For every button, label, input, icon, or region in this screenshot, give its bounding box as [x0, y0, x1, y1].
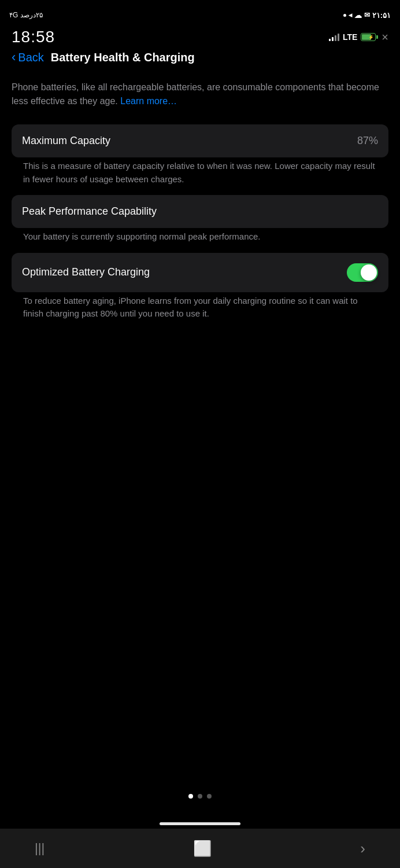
signal-bar-3	[335, 35, 336, 41]
maximum-capacity-label: Maximum Capacity	[22, 135, 110, 147]
signal-bars	[329, 33, 339, 41]
status-left: ۲۵درصد ۴G	[9, 11, 43, 19]
message-icon: ✉	[364, 11, 370, 19]
battery-bolt-icon: ⚡	[368, 35, 374, 40]
peak-performance-label: Peak Performance Capability	[22, 205, 157, 218]
peak-performance-description: Your battery is currently supporting nor…	[12, 230, 388, 253]
signal-bar-1	[329, 39, 331, 41]
wifi-dot-icon	[343, 14, 346, 17]
multitask-icon[interactable]: |||	[35, 841, 45, 856]
forward-icon[interactable]: ›	[360, 840, 365, 858]
status-left-text: ۲۵درصد ۴G	[9, 11, 43, 19]
nav-bar: ‹ Back Battery Health & Charging	[0, 49, 400, 71]
toggle-knob	[361, 264, 377, 281]
signal-bar-2	[332, 37, 334, 41]
page-title: Battery Health & Charging	[51, 51, 195, 64]
cloud-icon: ☁	[354, 11, 362, 20]
optimized-charging-toggle[interactable]	[347, 263, 378, 282]
pagination-dots	[0, 794, 400, 799]
learn-more-link[interactable]: Learn more…	[120, 96, 177, 106]
home-indicator[interactable]	[160, 822, 240, 825]
close-button[interactable]: ×	[382, 31, 388, 44]
battery-tip	[376, 35, 378, 39]
back-button[interactable]: ‹ Back	[12, 51, 44, 64]
maximum-capacity-row: Maximum Capacity 87%	[12, 124, 388, 157]
maximum-capacity-card: Maximum Capacity 87%	[12, 124, 388, 157]
back-chevron-icon: ‹	[12, 51, 16, 64]
clock-time: 18:58	[12, 28, 55, 46]
home-button[interactable]: ⬜	[193, 840, 212, 858]
status-right: ◂ ☁ ✉ ۲۱:۵۱	[343, 11, 391, 20]
intro-text-body: Phone batteries, like all rechargeable b…	[12, 82, 379, 106]
maximum-capacity-description: This is a measure of battery capacity re…	[12, 160, 388, 195]
location-icon: ◂	[349, 11, 352, 19]
back-label: Back	[18, 51, 43, 64]
clock-top-right: ۲۱:۵۱	[372, 11, 391, 20]
dot-1	[188, 794, 193, 799]
lte-label: LTE	[343, 32, 357, 42]
battery-body: ⚡	[361, 33, 376, 41]
dot-3	[207, 794, 212, 799]
main-content: Phone batteries, like all rechargeable b…	[0, 71, 400, 339]
status-bar-top: ۲۵درصد ۴G ◂ ☁ ✉ ۲۱:۵۱	[0, 0, 400, 25]
optimized-charging-description: To reduce battery aging, iPhone learns f…	[12, 295, 388, 330]
clock-right: LTE ⚡ ×	[329, 31, 388, 44]
intro-text: Phone batteries, like all rechargeable b…	[12, 80, 388, 108]
signal-bar-4	[338, 34, 339, 41]
optimized-charging-card: Optimized Battery Charging	[12, 253, 388, 292]
optimized-charging-label: Optimized Battery Charging	[22, 266, 150, 278]
battery-icon: ⚡	[361, 33, 378, 41]
peak-performance-row: Peak Performance Capability	[12, 195, 388, 228]
dot-2	[198, 794, 202, 799]
peak-performance-card: Peak Performance Capability	[12, 195, 388, 228]
optimized-charging-row: Optimized Battery Charging	[12, 253, 388, 292]
bottom-bar: ||| ⬜ ›	[0, 829, 400, 868]
maximum-capacity-value: 87%	[357, 135, 378, 147]
clock-bar: 18:58 LTE ⚡ ×	[0, 25, 400, 49]
